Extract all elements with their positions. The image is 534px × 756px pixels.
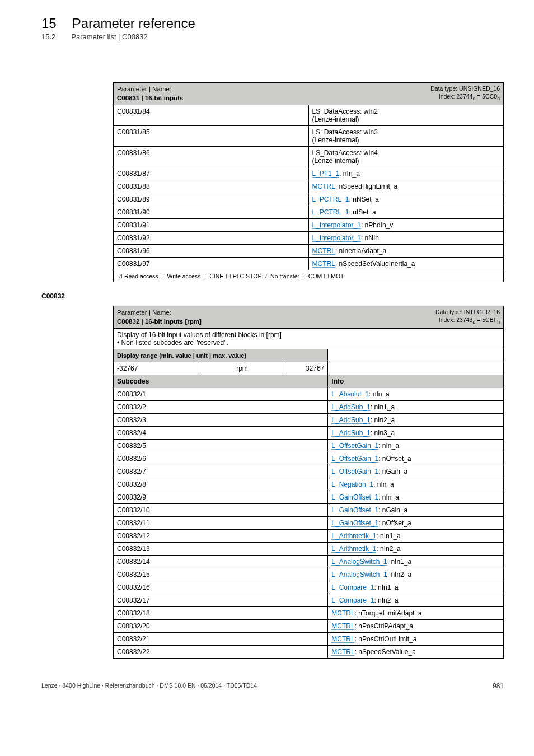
param-value: L_Compare_1: nIn1_a bbox=[328, 581, 504, 594]
link[interactable]: L_OffsetGain_1 bbox=[331, 442, 378, 450]
table-row: C00832/2L_AddSub_1: nIn1_a bbox=[114, 401, 504, 414]
param-value: MCTRL: nSpeedSetValueInertia_a bbox=[308, 258, 504, 270]
param-value: L_AnalogSwitch_1: nIn1_a bbox=[328, 556, 504, 568]
section-number: 15.2 bbox=[41, 32, 55, 41]
link[interactable]: L_AddSub_1 bbox=[331, 403, 370, 411]
table-row: C00832/6L_OffsetGain_1: nOffset_a bbox=[114, 452, 504, 465]
link[interactable]: L_PCTRL_1 bbox=[312, 195, 349, 203]
param-value: L_GainOffset_1: nGain_a bbox=[328, 504, 504, 517]
param-code: C00831/88 bbox=[114, 180, 309, 193]
link[interactable]: L_Compare_1 bbox=[331, 596, 374, 604]
table-row: C00832/4L_AddSub_1: nIn3_a bbox=[114, 427, 504, 440]
display-range-label: Display range (min. value | unit | max. … bbox=[117, 352, 246, 359]
link[interactable]: MCTRL bbox=[312, 260, 335, 268]
table1-access-footer: ☑ Read access ☐ Write access ☐ CINH ☐ PL… bbox=[114, 270, 504, 282]
link[interactable]: L_PCTRL_1 bbox=[312, 208, 349, 216]
table-row: C00832/7L_OffsetGain_1: nGain_a bbox=[114, 465, 504, 478]
link[interactable]: L_GainOffset_1 bbox=[331, 506, 378, 514]
table-row: C00831/89L_PCTRL_1: nNSet_a bbox=[114, 193, 504, 206]
link[interactable]: L_Interpolator_1 bbox=[312, 234, 361, 242]
param-value: L_Interpolator_1: nNIn bbox=[308, 232, 504, 245]
link[interactable]: L_GainOffset_1 bbox=[331, 493, 378, 501]
link[interactable]: L_AnalogSwitch_1 bbox=[331, 571, 387, 578]
section-title: Parameter list | C00832 bbox=[71, 32, 147, 41]
table2-param-name: C00832 | 16-bit inputs [rpm] bbox=[117, 318, 202, 325]
table2-desc-line1: Display of 16-bit input values of differ… bbox=[117, 331, 282, 339]
table-row: C00831/92L_Interpolator_1: nNIn bbox=[114, 232, 504, 245]
param-code: C00832/21 bbox=[114, 633, 328, 646]
param-code: C00831/84 bbox=[114, 105, 309, 126]
footer-page-number: 981 bbox=[493, 682, 504, 690]
param-value: L_GainOffset_1: nIn_a bbox=[328, 491, 504, 504]
table1-header: Data type: UNSIGNED_16 Index: 23744d = 5… bbox=[114, 83, 504, 105]
table-c00832: Data type: INTEGER_16 Index: 23743d = 5C… bbox=[113, 306, 504, 659]
param-code: C00832/18 bbox=[114, 607, 328, 620]
link[interactable]: L_PT1_1 bbox=[312, 170, 340, 178]
link[interactable]: L_AnalogSwitch_1 bbox=[331, 558, 387, 566]
table-row: C00831/85LS_DataAccess: wIn3 (Lenze-inte… bbox=[114, 126, 504, 147]
table2-param-label: Parameter | Name: bbox=[117, 309, 171, 316]
table-row: C00832/13L_Arithmetik_1: nIn2_a bbox=[114, 543, 504, 556]
table-row: C00832/10L_GainOffset_1: nGain_a bbox=[114, 504, 504, 517]
table-row: C00831/90L_PCTRL_1: nISet_a bbox=[114, 206, 504, 219]
param-value: L_Compare_1: nIn2_a bbox=[328, 594, 504, 607]
param-code: C00831/91 bbox=[114, 219, 309, 232]
param-code: C00831/89 bbox=[114, 193, 309, 206]
param-value: L_Arithmetik_1: nIn2_a bbox=[328, 543, 504, 556]
param-code: C00831/97 bbox=[114, 258, 309, 270]
param-value: L_AddSub_1: nIn3_a bbox=[328, 427, 504, 440]
link[interactable]: MCTRL bbox=[312, 183, 335, 190]
link[interactable]: L_GainOffset_1 bbox=[331, 519, 378, 527]
range-max: 32767 bbox=[285, 362, 328, 375]
link[interactable]: L_Negation_1 bbox=[331, 480, 373, 488]
table-row: C00832/16L_Compare_1: nIn1_a bbox=[114, 581, 504, 594]
param-value: MCTRL: nSpeedHighLimit_a bbox=[308, 180, 504, 193]
link[interactable]: L_OffsetGain_1 bbox=[331, 455, 378, 463]
table-row: C00832/3L_AddSub_1: nIn2_a bbox=[114, 414, 504, 427]
link[interactable]: L_Compare_1 bbox=[331, 584, 374, 591]
param-value: L_PCTRL_1: nNSet_a bbox=[308, 193, 504, 206]
param-code: C00831/87 bbox=[114, 167, 309, 180]
link[interactable]: L_OffsetGain_1 bbox=[331, 468, 378, 475]
link[interactable]: MCTRL bbox=[331, 609, 354, 617]
param-code: C00832/10 bbox=[114, 504, 328, 517]
link[interactable]: L_Arithmetik_1 bbox=[331, 545, 376, 553]
param-value: L_PT1_1: nIn_a bbox=[308, 167, 504, 180]
link[interactable]: MCTRL bbox=[331, 648, 354, 656]
link[interactable]: L_Absolut_1 bbox=[331, 390, 369, 398]
link[interactable]: MCTRL bbox=[312, 247, 335, 255]
param-code: C00832/15 bbox=[114, 568, 328, 581]
table1-datatype: Data type: UNSIGNED_16 bbox=[430, 85, 500, 92]
table-row: C00831/86LS_DataAccess: wIn4 (Lenze-inte… bbox=[114, 147, 504, 167]
table2-header: Data type: INTEGER_16 Index: 23743d = 5C… bbox=[114, 306, 504, 329]
table-row: C00832/1L_Absolut_1: nIn_a bbox=[114, 388, 504, 401]
link[interactable]: MCTRL bbox=[331, 635, 354, 643]
param-code: C00832/17 bbox=[114, 594, 328, 607]
table-row: C00832/21MCTRL: nPosCtrlOutLimit_a bbox=[114, 633, 504, 646]
divider-dashes: _ _ _ _ _ _ _ _ _ _ _ _ _ _ _ _ _ _ _ _ … bbox=[41, 53, 507, 62]
table-row: C00832/9L_GainOffset_1: nIn_a bbox=[114, 491, 504, 504]
range-min: -32767 bbox=[114, 362, 199, 375]
table-c00831: Data type: UNSIGNED_16 Index: 23744d = 5… bbox=[113, 82, 504, 282]
param-code: C00832/9 bbox=[114, 491, 328, 504]
table-row: C00832/18MCTRL: nTorqueLimitAdapt_a bbox=[114, 607, 504, 620]
link[interactable]: MCTRL bbox=[331, 622, 354, 630]
table-row: C00832/8L_Negation_1: nIn_a bbox=[114, 478, 504, 491]
range-unit: rpm bbox=[199, 362, 285, 375]
param-code: C00832/22 bbox=[114, 646, 328, 659]
table1-param-name: C00831 | 16-bit inputs bbox=[117, 95, 183, 101]
display-range-empty bbox=[328, 349, 504, 362]
link[interactable]: L_Arithmetik_1 bbox=[331, 532, 376, 540]
table2-index-b: = 5CBF bbox=[475, 316, 497, 323]
table-row: C00832/11L_GainOffset_1: nOffset_a bbox=[114, 517, 504, 530]
range-empty bbox=[328, 362, 504, 375]
table-row: C00832/22MCTRL: nSpeedSetValue_a bbox=[114, 646, 504, 659]
param-code: C00832/14 bbox=[114, 556, 328, 568]
link[interactable]: L_AddSub_1 bbox=[331, 416, 370, 424]
param-value: L_PCTRL_1: nISet_a bbox=[308, 206, 504, 219]
link[interactable]: L_AddSub_1 bbox=[331, 429, 370, 437]
param-code: C00832/4 bbox=[114, 427, 328, 440]
param-value: MCTRL: nPosCtrlOutLimit_a bbox=[328, 633, 504, 646]
link[interactable]: L_Interpolator_1 bbox=[312, 221, 361, 229]
table1-index-b: = 5CC0 bbox=[475, 93, 497, 100]
